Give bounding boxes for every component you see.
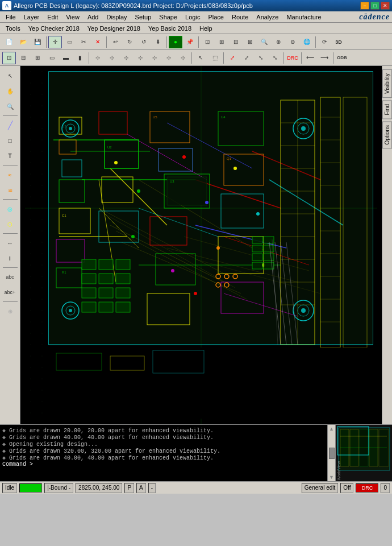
tb-zoom-box[interactable]: ⊡: [201, 36, 214, 48]
console-line-2: ◆ Grids are drawn 40.00, 40.00 apart for…: [2, 434, 325, 441]
ltb-add-text[interactable]: T: [2, 148, 18, 163]
tb2-11[interactable]: ⊹: [148, 52, 161, 64]
menu-yep-basic[interactable]: Yep Basic 2018: [145, 23, 195, 34]
tb2-select2[interactable]: ⬚: [208, 52, 222, 64]
ltb-abc[interactable]: abc: [2, 270, 18, 284]
ltb-route2[interactable]: ≋: [2, 183, 18, 197]
status-a[interactable]: A: [136, 483, 146, 493]
tb-pick[interactable]: ✛: [48, 36, 62, 48]
options-tab[interactable]: Options: [382, 121, 392, 148]
tb2-13[interactable]: ⊹: [176, 52, 190, 64]
svg-rect-121: [82, 288, 96, 298]
tb2-drc[interactable]: DRC: [286, 52, 299, 64]
ltb-info[interactable]: i: [2, 251, 18, 266]
tb-zoom-out[interactable]: ⊖: [286, 36, 299, 48]
tb-redo-1[interactable]: ↻: [123, 36, 136, 48]
tb2-12[interactable]: ⊹: [162, 52, 176, 64]
ltb-pan[interactable]: ✋: [2, 84, 18, 98]
tb2-route1[interactable]: ⤢: [226, 52, 239, 64]
tb-pin[interactable]: 📌: [183, 36, 197, 48]
tb-cut[interactable]: ✂: [77, 36, 90, 48]
tb2-right[interactable]: ⟶: [318, 52, 331, 64]
tb2-left[interactable]: ⟵: [303, 52, 317, 64]
tb-zoom-world[interactable]: 🌐: [300, 36, 314, 48]
ltb-sep6: [3, 301, 18, 302]
tb2-odb[interactable]: ODB: [335, 52, 349, 64]
ltb-select[interactable]: ↖: [2, 68, 18, 83]
ltb-via[interactable]: ◎: [2, 201, 18, 216]
menu-setup[interactable]: Setup: [132, 12, 155, 22]
menu-display[interactable]: Display: [103, 12, 130, 22]
pcb-canvas-area[interactable]: U1 U2 U3 U4 U5 C1 R1 Q1: [20, 66, 382, 424]
find-tab[interactable]: Find: [382, 100, 392, 119]
console-text-3: Opening existing design...: [9, 441, 98, 448]
menu-analyze[interactable]: Analyze: [253, 12, 282, 22]
tb-zoom-in-area[interactable]: ⊞: [215, 36, 228, 48]
tb-zoom-out-area[interactable]: ⊟: [229, 36, 243, 48]
menu-logic[interactable]: Logic: [182, 12, 203, 22]
tb2-8[interactable]: ⊹: [105, 52, 119, 64]
tb-3d[interactable]: 3D: [332, 36, 345, 48]
status-p[interactable]: P: [124, 483, 134, 493]
minimize-button[interactable]: −: [360, 2, 369, 10]
tb2-6[interactable]: ▮: [73, 52, 87, 64]
close-button[interactable]: ✕: [381, 2, 390, 10]
menu-route[interactable]: Route: [228, 12, 252, 22]
tb-delete[interactable]: ✕: [91, 36, 105, 48]
tb-save[interactable]: 💾: [31, 36, 44, 48]
ltb-abc2[interactable]: abc+: [2, 285, 18, 300]
ltb-add-rect[interactable]: □: [2, 133, 18, 148]
tb-new[interactable]: 📄: [2, 36, 16, 48]
tb2-1[interactable]: ⊡: [2, 52, 16, 64]
tb2-3[interactable]: ⊞: [31, 52, 44, 64]
menu-tools[interactable]: Tools: [2, 23, 24, 34]
tb-refresh[interactable]: ⟳: [318, 36, 331, 48]
menu-manufacture[interactable]: Manufacture: [283, 12, 324, 22]
tb-select[interactable]: ▭: [62, 36, 76, 48]
scrollbar-down-arrow[interactable]: ▼: [329, 474, 334, 480]
menu-shape[interactable]: Shape: [156, 12, 181, 22]
tb-open[interactable]: 📂: [16, 36, 30, 48]
ltb-pad[interactable]: ⬡: [2, 217, 18, 231]
ltb-misc[interactable]: ⊕: [2, 304, 18, 318]
menu-edit[interactable]: Edit: [44, 12, 61, 22]
console-line-6[interactable]: Command >: [2, 461, 325, 468]
right-panel: Visibility Find Options: [382, 66, 392, 424]
ltb-route[interactable]: ≈: [2, 167, 18, 182]
menu-add[interactable]: Add: [84, 12, 102, 22]
ltb-sep3: [3, 199, 18, 200]
menu-yep-checker[interactable]: Yep Checker 2018: [25, 23, 83, 34]
tb2-7[interactable]: ⊹: [91, 52, 105, 64]
tb2-cursor[interactable]: ↖: [194, 52, 207, 64]
tb-zoom-mag[interactable]: 🔍: [257, 36, 271, 48]
menu-place[interactable]: Place: [205, 12, 227, 22]
tb2-9[interactable]: ⊹: [119, 52, 133, 64]
menu-layer[interactable]: Layer: [20, 12, 43, 22]
tb2-route3[interactable]: ⤡: [254, 52, 268, 64]
menu-view[interactable]: View: [62, 12, 83, 22]
tb2-route2[interactable]: ⤢: [240, 52, 253, 64]
tb-zoom-fit[interactable]: ⊠: [243, 36, 257, 48]
menu-file[interactable]: File: [2, 12, 19, 22]
ltb-measure[interactable]: ↔: [2, 235, 18, 250]
tb-undo[interactable]: ↩: [109, 36, 122, 48]
ltb-add-line[interactable]: ╱: [2, 118, 18, 133]
tb2-10[interactable]: ⊹: [134, 52, 147, 64]
tb-zoom-in[interactable]: ⊕: [272, 36, 285, 48]
tb-redo-3[interactable]: ⬇: [151, 36, 165, 48]
menu-yep-designer[interactable]: Yep Designer 2018: [84, 23, 144, 34]
menu-help[interactable]: Help: [196, 23, 216, 34]
tb2-2[interactable]: ⊟: [16, 52, 30, 64]
scrollbar-up-arrow[interactable]: ▲: [329, 426, 334, 432]
visibility-tab[interactable]: Visibility: [382, 69, 392, 98]
maximize-button[interactable]: □: [370, 2, 380, 10]
tb-route-green[interactable]: ●: [169, 36, 182, 48]
scroll-thumb[interactable]: [329, 448, 335, 459]
tb2-route4[interactable]: ⤡: [268, 52, 282, 64]
ltb-zoom[interactable]: 🔍: [2, 99, 18, 114]
tb2-4[interactable]: ▭: [45, 52, 59, 64]
tb-redo-2[interactable]: ↺: [137, 36, 151, 48]
tb2-5[interactable]: ▬: [59, 52, 73, 64]
console-scrollbar[interactable]: ▲ ▼: [327, 425, 335, 481]
status-green-led: [19, 483, 42, 493]
